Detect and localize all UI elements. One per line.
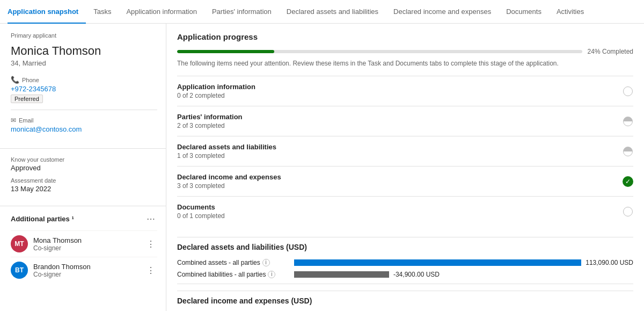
liabilities-bar-value: -34,900.00 USD: [393, 271, 440, 278]
party-name-brandon: Brandon Thomson: [33, 263, 139, 271]
email-value[interactable]: monicat@contoso.com: [11, 125, 157, 133]
primary-applicant-section: Primary applicant Monica Thomson 34, Mar…: [0, 24, 166, 149]
nav-item-application-snapshot[interactable]: Application snapshot: [8, 0, 86, 24]
empty-circle-icon: [623, 86, 633, 96]
left-panel: Primary applicant Monica Thomson 34, Mar…: [0, 24, 166, 311]
progress-icon-app-info: [623, 86, 633, 97]
progress-item-name-app-info: Application information: [177, 83, 623, 91]
nav-item-parties-information[interactable]: Parties' information: [204, 0, 279, 24]
email-row: ✉ Email monicat@contoso.com: [11, 117, 157, 133]
party-info-brandon: Brandon Thomson Co-signer: [33, 263, 139, 278]
progress-item-count-income: 3 of 3 completed: [177, 182, 623, 190]
nav-item-application-information[interactable]: Application information: [119, 0, 204, 24]
preferred-tag: Preferred: [11, 95, 43, 103]
progress-item-income: Declared income and expenses 3 of 3 comp…: [177, 166, 633, 196]
applicant-meta: 34, Married: [11, 59, 157, 67]
liabilities-bar-area: -34,900.00 USD: [294, 271, 633, 278]
progress-item-name-docs: Documents: [177, 203, 623, 211]
party-role-brandon: Co-signer: [33, 271, 139, 278]
assets-section: Declared assets and liabilities (USD) Co…: [177, 237, 633, 278]
progress-bar-container: 24% Completed: [177, 48, 633, 55]
kyc-row: Know your customer Approved: [11, 156, 157, 172]
progress-item-app-info: Application information 0 of 2 completed: [177, 76, 633, 106]
applicant-name: Monica Thomson: [11, 44, 157, 58]
kyc-section: Know your customer Approved Assessment d…: [0, 149, 166, 206]
progress-icon-assets: [623, 146, 633, 157]
progress-section: Application progress 24% Completed The f…: [177, 32, 633, 226]
assets-bar-row: Combined assets - all parties i 113,090.…: [177, 259, 633, 266]
party-item-mona: MT Mona Thomson Co-signer ⋮: [11, 230, 157, 257]
party-name-mona: Mona Thomson: [33, 236, 139, 244]
progress-note: The following items need your attention.…: [177, 60, 633, 67]
avatar-brandon: BT: [11, 262, 28, 279]
progress-title: Application progress: [177, 32, 633, 41]
progress-bar-fill: [177, 50, 274, 53]
progress-item-count-app-info: 0 of 2 completed: [177, 92, 623, 99]
empty-circle-icon-2: [623, 207, 633, 216]
progress-item-count-docs: 0 of 1 completed: [177, 212, 623, 220]
progress-label: 24% Completed: [588, 48, 633, 55]
assets-bar-value: 113,090.00 USD: [586, 259, 633, 266]
assets-bar-area: 113,090.00 USD: [294, 259, 633, 266]
half-circle-icon: [623, 117, 633, 126]
party-menu-mona[interactable]: ⋮: [144, 238, 157, 250]
party-role-mona: Co-signer: [33, 244, 139, 252]
party-menu-brandon[interactable]: ⋮: [144, 264, 157, 277]
progress-icon-docs: [623, 206, 633, 217]
progress-item-info-income: Declared income and expenses 3 of 3 comp…: [177, 173, 623, 190]
assessment-value: 13 May 2022: [11, 185, 157, 193]
assets-heading: Declared assets and liabilities (USD): [177, 237, 633, 251]
assessment-row: Assessment date 13 May 2022: [11, 177, 157, 193]
check-circle-icon: ✓: [623, 176, 633, 187]
nav-item-declared-income[interactable]: Declared income and expenses: [386, 0, 499, 24]
nav-item-declared-assets[interactable]: Declared assets and liabilities: [279, 0, 386, 24]
top-navigation: Application snapshot Tasks Application i…: [0, 0, 644, 24]
phone-row: 📞 Phone +972-2345678 Preferred: [11, 76, 157, 103]
assets-bar-fill: [294, 259, 581, 266]
nav-item-tasks[interactable]: Tasks: [86, 0, 119, 24]
phone-label: 📞 Phone: [11, 76, 157, 84]
assets-info-icon[interactable]: i: [262, 259, 270, 266]
income-heading: Declared income and expenses (USD): [177, 291, 633, 305]
progress-icon-income: ✓: [623, 176, 633, 187]
liabilities-bar-fill: [294, 271, 389, 278]
kyc-label: Know your customer: [11, 156, 157, 163]
liabilities-bar-row: Combined liabilities - all parties i -34…: [177, 271, 633, 278]
liabilities-bar-label: Combined liabilities - all parties i: [177, 271, 290, 278]
progress-item-name-assets: Declared assets and liabilities: [177, 143, 623, 151]
divider-1: [11, 110, 157, 110]
liabilities-info-icon[interactable]: i: [268, 271, 275, 278]
additional-parties-menu-button[interactable]: ⋯: [144, 213, 157, 225]
phone-icon: 📞: [11, 76, 19, 84]
progress-item-info-app-info: Application information 0 of 2 completed: [177, 83, 623, 99]
half-circle-icon-2: [623, 147, 633, 156]
assessment-label: Assessment date: [11, 177, 157, 184]
progress-item-count-parties: 2 of 3 completed: [177, 122, 623, 129]
progress-item-count-assets: 1 of 3 completed: [177, 152, 623, 160]
progress-item-name-parties: Parties' information: [177, 113, 623, 121]
nav-item-documents[interactable]: Documents: [499, 0, 549, 24]
progress-item-info-assets: Declared assets and liabilities 1 of 3 c…: [177, 143, 623, 160]
email-label: ✉ Email: [11, 117, 157, 124]
email-icon: ✉: [11, 117, 16, 124]
primary-applicant-label: Primary applicant: [11, 32, 157, 39]
income-section: Declared income and expenses (USD) Combi…: [177, 284, 633, 311]
main-layout: Primary applicant Monica Thomson 34, Mar…: [0, 24, 644, 311]
progress-item-assets: Declared assets and liabilities 1 of 3 c…: [177, 136, 633, 166]
progress-item-name-income: Declared income and expenses: [177, 173, 623, 181]
progress-item-parties: Parties' information 2 of 3 completed: [177, 106, 633, 136]
phone-value[interactable]: +972-2345678: [11, 85, 157, 93]
kyc-value: Approved: [11, 164, 157, 172]
progress-icon-parties: [623, 116, 633, 127]
nav-item-activities[interactable]: Activities: [549, 0, 591, 24]
assets-bar-label: Combined assets - all parties i: [177, 259, 290, 266]
avatar-mona: MT: [11, 235, 28, 252]
progress-item-docs: Documents 0 of 1 completed: [177, 196, 633, 226]
additional-parties-section: Additional parties ¹ ⋯ MT Mona Thomson C…: [0, 206, 166, 283]
progress-bar-track: [177, 50, 582, 53]
party-info-mona: Mona Thomson Co-signer: [33, 236, 139, 252]
progress-item-info-parties: Parties' information 2 of 3 completed: [177, 113, 623, 129]
right-panel: Application progress 24% Completed The f…: [166, 24, 644, 311]
progress-item-info-docs: Documents 0 of 1 completed: [177, 203, 623, 220]
additional-parties-header: Additional parties ¹ ⋯: [11, 213, 157, 225]
